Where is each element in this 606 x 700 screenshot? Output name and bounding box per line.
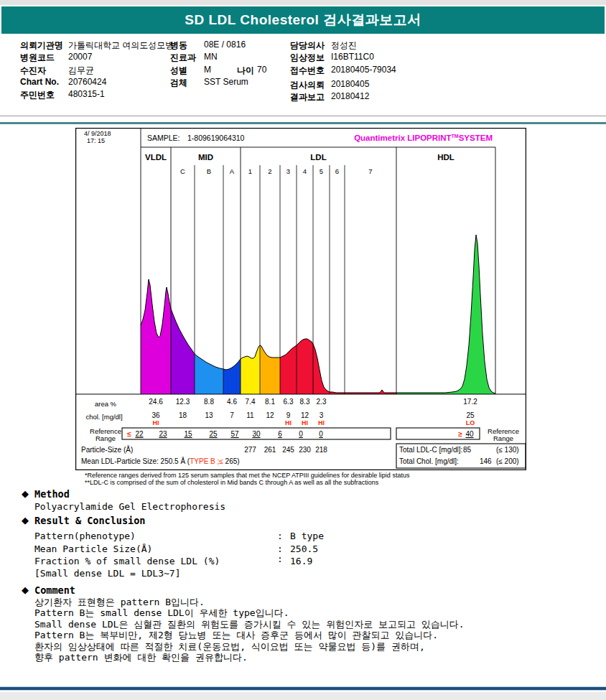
age-label: 나이 bbox=[237, 65, 254, 77]
org-label: 의뢰기관명 bbox=[20, 39, 63, 52]
chol-value: 9 bbox=[286, 411, 291, 419]
chol-value: 7 bbox=[230, 411, 234, 419]
patient-value: 김무균 bbox=[68, 65, 94, 77]
specimen-label: 검체 bbox=[170, 77, 187, 89]
order-value: 20180405 bbox=[331, 79, 369, 89]
method-title: Method bbox=[34, 488, 70, 500]
particle-size-value: 230 bbox=[299, 446, 311, 454]
total-ldl-ref: (≤ 130) bbox=[496, 446, 519, 454]
area-row-label: area % bbox=[95, 400, 117, 408]
area-value: 2.3 bbox=[317, 398, 327, 406]
ref-value: 40 bbox=[465, 430, 474, 438]
particle-size-value: 245 bbox=[282, 446, 294, 454]
subband-label: 1 bbox=[248, 167, 252, 175]
area-value: 8.3 bbox=[300, 398, 310, 406]
brand-title: Quantimetrix LIPOPRINTTMSYSTEM bbox=[354, 134, 493, 142]
chart-date: 4/ 9/2018 bbox=[84, 130, 111, 137]
group-label-HDL: HDL bbox=[437, 153, 454, 162]
result-row-value: B type bbox=[290, 531, 324, 541]
divider-thin bbox=[0, 116, 606, 116]
diamond-icon: ◆ bbox=[22, 584, 29, 595]
total-chol-value: 146 bbox=[480, 457, 492, 465]
ref-value: 15 bbox=[184, 430, 192, 438]
ref-row-label-right: Range bbox=[493, 434, 513, 442]
ref-value: 0 bbox=[319, 430, 323, 438]
area-value: 6.3 bbox=[284, 398, 294, 406]
comment-line: 향후 pattern 변화에 대한 확인을 권유합니다. bbox=[34, 651, 248, 664]
ref-prefix: ≥ bbox=[458, 430, 462, 438]
top-strip bbox=[0, 0, 606, 5]
particle-size-value: 261 bbox=[264, 446, 276, 454]
report-date-label: 결과보고 bbox=[290, 91, 325, 103]
report-title-banner: SD LDL Cholesterol 검사결과보고서 bbox=[1, 6, 605, 34]
sex-label: 성별 bbox=[170, 65, 187, 77]
divider-teal bbox=[0, 122, 606, 124]
group-label-MID: MID bbox=[198, 153, 213, 162]
patient-label: 수진자 bbox=[20, 65, 46, 77]
group-label-LDL: LDL bbox=[310, 153, 326, 162]
psize-row-label: Particle-Size (Å) bbox=[81, 445, 133, 454]
area-value: 24.6 bbox=[149, 398, 163, 406]
subband-label: 2 bbox=[268, 167, 271, 175]
ref-value: 23 bbox=[159, 430, 167, 438]
age-value: 70 bbox=[257, 65, 266, 75]
hospital-code-label: 병원코드 bbox=[20, 52, 55, 64]
method-body: Polyacrylamide Gel Electrophoresis bbox=[34, 501, 225, 512]
footnote-1: *Reference ranges derived from 125 serum… bbox=[85, 472, 409, 479]
lipoprint-chart-svg: 4/ 9/201817: 15SAMPLE:1-809619064310Quan… bbox=[75, 128, 526, 470]
result-row-colon: : bbox=[277, 531, 283, 541]
comment-title: Comment bbox=[34, 584, 75, 596]
subband-label: 3 bbox=[286, 167, 290, 175]
receipt-value: 20180405-79034 bbox=[331, 65, 396, 75]
result-row-value: 250.5 bbox=[290, 543, 318, 554]
result-row-label: Pattern(phenotype) bbox=[34, 531, 136, 541]
ref-row-label: Range bbox=[95, 434, 116, 442]
result-note: [Small dense LDL = LDL3~7] bbox=[34, 568, 181, 579]
bottom-strip bbox=[0, 692, 606, 700]
jumin-value: 480315-1 bbox=[68, 89, 105, 99]
area-value: 8.8 bbox=[204, 398, 214, 406]
chol-value: 13 bbox=[205, 411, 213, 419]
specimen-value: SST Serum bbox=[204, 77, 248, 87]
hospital-code-value: 20007 bbox=[68, 52, 92, 62]
ref-value: 0 bbox=[299, 430, 303, 438]
particle-size-value: 218 bbox=[315, 446, 327, 454]
flag-hi: HI bbox=[153, 419, 159, 426]
diamond-icon: ◆ bbox=[22, 488, 29, 499]
clinical-value: I16BT11C0 bbox=[331, 52, 374, 62]
org-value: 가톨릭대학교 여의도성모병 bbox=[68, 39, 174, 52]
chol-value: 12 bbox=[266, 411, 274, 419]
result-title: Result & Conclusion bbox=[34, 515, 145, 526]
dept-label: 진료과 bbox=[170, 52, 196, 64]
chol-value: 3 bbox=[320, 411, 324, 419]
dept-value: MN bbox=[204, 52, 218, 62]
area-value: 17.2 bbox=[463, 398, 477, 406]
ref-value: 57 bbox=[230, 430, 239, 438]
chol-value: 18 bbox=[179, 411, 187, 419]
chart-time: 17: 15 bbox=[87, 137, 105, 144]
subband-label: 6 bbox=[335, 167, 339, 175]
ref-value: 30 bbox=[252, 430, 261, 438]
bottom-bar bbox=[0, 686, 606, 691]
total-ldl-label: Total LDL-C [mg/dl]: bbox=[399, 446, 462, 454]
doctor-value: 정성진 bbox=[331, 39, 357, 52]
subband-label: 5 bbox=[320, 167, 323, 175]
sample-id: 1-809619064310 bbox=[187, 134, 245, 142]
diamond-icon: ◆ bbox=[22, 515, 29, 526]
ref-prefix: ≤ bbox=[127, 430, 131, 438]
chol-value: 12 bbox=[301, 411, 309, 419]
subband-label: 7 bbox=[368, 167, 372, 175]
result-row-value: 16.9 bbox=[290, 556, 312, 566]
area-value: 12.3 bbox=[176, 398, 190, 406]
particle-size-value: 277 bbox=[244, 446, 256, 454]
flag-hi: HI bbox=[285, 419, 292, 426]
area-value: 4.6 bbox=[227, 398, 237, 406]
sex-value: M bbox=[204, 65, 211, 75]
clinical-label: 임상정보 bbox=[290, 52, 325, 64]
chart-no-label: Chart No. bbox=[20, 77, 59, 87]
lipoprint-chart: 4/ 9/201817: 15SAMPLE:1-809619064310Quan… bbox=[75, 128, 526, 470]
result-row-label: Mean Particle Size(Å) bbox=[34, 543, 152, 554]
area-value: 8.1 bbox=[265, 398, 275, 406]
ward-value: 08E / 0816 bbox=[204, 39, 246, 50]
jumin-label: 주민번호 bbox=[20, 89, 55, 101]
